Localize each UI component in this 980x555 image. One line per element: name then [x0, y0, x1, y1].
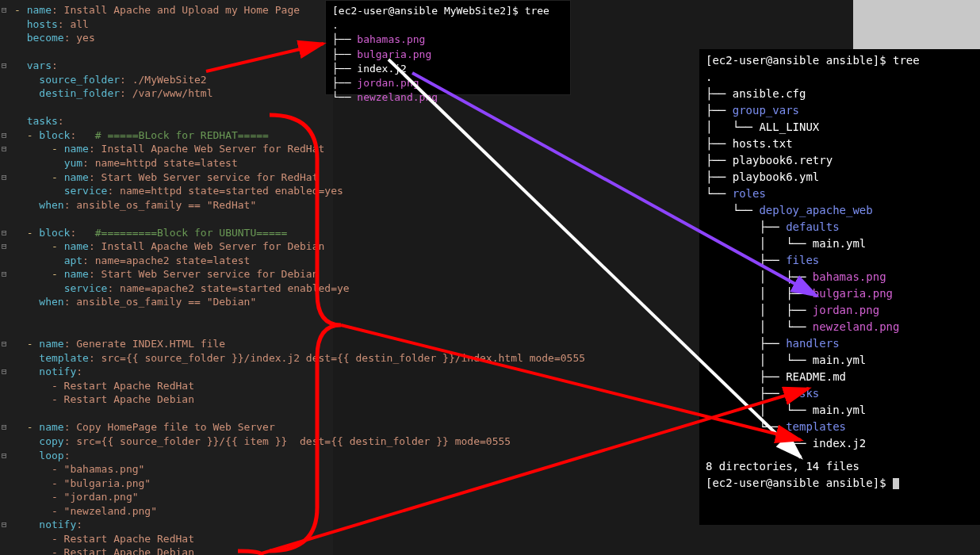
terminal-prompt: [ec2-user@ansible MyWebSite2]$ tree [332, 4, 564, 18]
fold-icon[interactable]: ⊟ [2, 144, 11, 155]
tree-dir: files [786, 254, 819, 266]
yaml-val: : name=httpd state=started enabled=yes [107, 185, 343, 197]
yaml-item: - "bulgaria.png" [52, 477, 151, 489]
fold-icon[interactable]: ⊟ [2, 172, 11, 184]
yaml-val: : [76, 366, 82, 377]
yaml-item: - "newzeland.png" [52, 505, 157, 517]
yaml-key: block [39, 129, 70, 141]
tree-file: index.j2 [357, 63, 407, 75]
yaml-val: : /var/www/html [120, 87, 212, 99]
yaml-dash: - [27, 227, 40, 239]
scroll-stub [853, 0, 980, 49]
yaml-key: block [39, 227, 70, 239]
yaml-key: service [64, 282, 108, 294]
tree-file: bahamas.png [357, 33, 425, 45]
tree-file: bulgaria.png [813, 287, 893, 300]
yaml-val: : yes [64, 32, 95, 44]
yaml-colon: : [70, 129, 94, 141]
yaml-key: apt [64, 255, 82, 266]
yaml-key: yum [64, 157, 82, 169]
yaml-comment: # =====BLock for REDHAT===== [95, 129, 269, 141]
fold-icon[interactable]: ⊟ [2, 339, 11, 350]
fold-icon[interactable]: ⊟ [2, 130, 11, 142]
cursor-icon [893, 478, 899, 489]
tree-file: jordan.png [357, 77, 419, 89]
fold-icon[interactable]: ⊟ [2, 450, 11, 462]
fold-icon[interactable]: ⊟ [2, 269, 11, 281]
terminal-ansible[interactable]: [ec2-user@ansible ansible]$ tree . ├── a… [699, 49, 980, 525]
tree-dir: group_vars [733, 104, 799, 117]
code-editor[interactable]: ⊟- name: Install Apache and Upload my Ho… [0, 0, 333, 555]
yaml-key: name [27, 4, 52, 16]
yaml-key: name [64, 268, 89, 280]
yaml-key: name [39, 338, 63, 350]
fold-icon[interactable]: ⊟ [2, 60, 11, 72]
fold-icon[interactable]: ⊟ [2, 366, 11, 378]
yaml-dash: - [52, 240, 64, 252]
yaml-item: - Restart Apache Debian [52, 393, 194, 405]
fold-icon[interactable]: ⊟ [2, 5, 11, 17]
yaml-val: : [52, 59, 58, 71]
tree-file: index.j2 [813, 437, 866, 450]
tree-dir: handlers [786, 337, 839, 350]
tree-summary: 8 directories, 14 files [706, 458, 974, 475]
tree-dir: defaults [786, 220, 839, 233]
yaml-key: name [39, 421, 63, 433]
terminal-prompt: [ec2-user@ansible ansible]$ tree [706, 52, 974, 69]
yaml-key: name [64, 171, 89, 183]
tree-file: main.yml [813, 354, 866, 366]
tree-file: main.yml [813, 404, 866, 416]
yaml-comment: #=========Block for UBUNTU===== [95, 227, 288, 239]
tree-file: newzeland.png [357, 91, 438, 103]
yaml-key: loop [39, 450, 63, 461]
yaml-colon: : [70, 227, 94, 239]
yaml-key: name [64, 143, 89, 155]
yaml-val: : Install Apache and Upload my Home Page [52, 4, 300, 16]
yaml-val: : ansible_os_family == "Debian" [64, 296, 257, 308]
tree-file: README.md [786, 370, 846, 383]
yaml-key: when [39, 199, 63, 211]
yaml-val: : src={{ source_folder }}/index.j2 dest=… [89, 352, 585, 364]
yaml-dash: - [52, 268, 64, 280]
yaml-key: copy [39, 435, 63, 447]
yaml-val: : ./MyWebSite2 [120, 74, 207, 86]
tree-file: ALL_LINUX [759, 121, 819, 133]
yaml-key: vars [27, 59, 52, 71]
yaml-val: : all [58, 18, 89, 30]
yaml-dash: - [52, 171, 64, 183]
yaml-val: : ansible_os_family == "RedHat" [64, 199, 257, 211]
yaml-key: when [39, 296, 63, 308]
tree-file: playbook6.retry [733, 154, 833, 166]
yaml-dash: - [52, 143, 64, 155]
fold-icon[interactable]: ⊟ [2, 228, 11, 239]
tree-dir: tasks [786, 387, 819, 400]
yaml-item: - Restart Apache Debian [52, 546, 194, 555]
yaml-val: : Install Apache Web Server for RedHat [89, 143, 324, 155]
fold-icon[interactable]: ⊟ [2, 241, 11, 253]
tree-root: . [706, 69, 974, 86]
yaml-val: : [58, 115, 64, 127]
yaml-val: : name=apache2 state=started enabled=ye [107, 282, 349, 294]
tree-file: jordan.png [813, 304, 879, 316]
yaml-val: : [76, 519, 82, 530]
tree-file: newzeland.png [813, 320, 900, 333]
terminal-mywebsite2[interactable]: [ec2-user@ansible MyWebSite2]$ tree . ├─… [325, 0, 571, 95]
yaml-key: hosts [27, 18, 58, 30]
yaml-val: : Start Web Server service for Debian [89, 268, 319, 280]
fold-icon[interactable]: ⊟ [2, 519, 11, 531]
yaml-key: notify [39, 366, 76, 377]
yaml-dash: - [14, 4, 27, 16]
tree-file: playbook6.yml [733, 170, 820, 183]
terminal-prompt: [ec2-user@ansible ansible]$ [706, 477, 893, 489]
fold-icon[interactable]: ⊟ [2, 422, 11, 434]
yaml-key: name [64, 240, 89, 252]
yaml-val: : Start Web Server service for RedHat [89, 171, 319, 183]
tree-root: . [332, 18, 564, 33]
yaml-key: source_folder [39, 74, 120, 86]
yaml-dash: - [27, 421, 40, 433]
yaml-item: - "jordan.png" [52, 491, 139, 503]
yaml-val: : Install Apache Web Server for Debian [89, 240, 324, 252]
tree-file: hosts.txt [733, 137, 793, 150]
yaml-val: : name=httpd state=latest [82, 157, 238, 169]
tree-dir: templates [786, 420, 846, 433]
